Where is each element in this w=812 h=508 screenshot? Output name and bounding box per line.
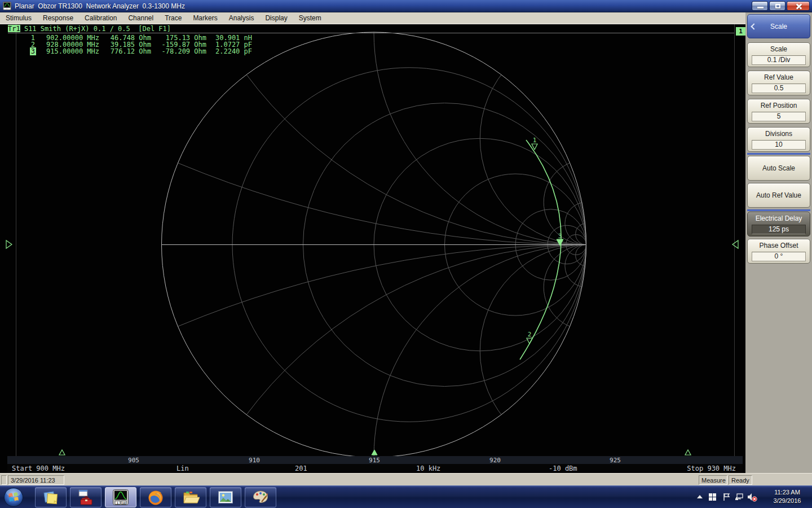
- axis-tick-925: 925: [603, 457, 628, 464]
- minimize-button[interactable]: [752, 1, 768, 11]
- clock-date: 3/29/2016: [765, 497, 810, 505]
- network-analyzer-icon: 1 10: [112, 488, 130, 506]
- active-marker-badge: 3: [30, 47, 36, 55]
- tray-action-center-flag-icon[interactable]: [722, 493, 731, 501]
- show-hidden-icons-chevron[interactable]: [697, 495, 703, 498]
- status-datetime: 3/29/2016 11:23: [8, 475, 64, 485]
- svg-text:3: 3: [558, 233, 562, 240]
- status-bar: 3/29/2016 11:23 Measure Ready: [0, 473, 812, 485]
- ref-position-arrow-right: [732, 240, 738, 248]
- status-measure: Measure: [699, 475, 727, 485]
- ref-position-field[interactable]: 5: [752, 112, 806, 121]
- marker-readout-3-active: 3 915.00000 MHz 776.12 Ohm -78.209 Ohm 2…: [8, 47, 252, 55]
- svg-text:1: 1: [533, 137, 537, 144]
- close-button[interactable]: [787, 1, 810, 11]
- tray-network-icon[interactable]: [735, 493, 744, 501]
- axis-tick-905: 905: [121, 457, 146, 464]
- menu-markers[interactable]: Markers: [187, 13, 223, 24]
- toolbox-icon: [77, 488, 95, 506]
- plot-area: 1 2 3 Tr1: [0, 24, 745, 473]
- sticky-notes-icon: [42, 488, 60, 506]
- taskbar-app-toolbox[interactable]: [70, 487, 102, 507]
- svg-text:2: 2: [528, 331, 532, 338]
- smith-grid-reactance: [0, 24, 745, 473]
- folder-icon: [182, 488, 200, 506]
- status-grip-cell: [1, 475, 7, 485]
- smith-chart: 1 2 3: [0, 24, 745, 473]
- softkey-auto-scale[interactable]: Auto Scale: [747, 156, 810, 181]
- phase-offset-field[interactable]: 0 °: [752, 252, 806, 261]
- trace-marker-2[interactable]: 2: [527, 331, 532, 344]
- image-viewer-icon: [217, 488, 235, 506]
- app-icon: [3, 2, 11, 10]
- stimulus-power: -10 dBm: [549, 465, 577, 472]
- taskbar-app-firefox[interactable]: [140, 487, 171, 507]
- paint-icon: [251, 488, 270, 506]
- axis-marker-3-active: [372, 450, 377, 455]
- restore-icon: [775, 4, 780, 8]
- title-bar: Planar Obzor TR1300 Network Analyzer 0.3…: [0, 0, 812, 12]
- trace-status-header[interactable]: Tr1 S11 Smith (R+jX) 0.1 / 0.5 [Del F1]: [8, 25, 171, 32]
- scale-value-field[interactable]: 0.1 /Div: [752, 55, 806, 65]
- stimulus-bar: Start 900 MHz Lin 201 10 kHz -10 dBm Sto…: [7, 464, 743, 473]
- softkey-divisions[interactable]: Divisions 10: [747, 127, 810, 152]
- taskbar-app-sticky-notes[interactable]: [35, 487, 67, 507]
- softkey-menu-title: Scale: [770, 23, 787, 30]
- menu-display[interactable]: Display: [259, 13, 293, 24]
- axis-tick-910: 910: [242, 457, 267, 464]
- softkey-group-separator: [747, 153, 810, 155]
- menu-response[interactable]: Response: [37, 13, 79, 24]
- softkey-scale[interactable]: Scale 0.1 /Div: [747, 42, 810, 67]
- tray-clock[interactable]: 11:23 AM 3/29/2016: [765, 488, 810, 505]
- channel-number-badge[interactable]: 1: [736, 27, 745, 36]
- back-chevron-icon: [751, 23, 757, 29]
- restore-button[interactable]: [769, 1, 785, 11]
- svg-text:10: 10: [122, 501, 126, 505]
- menu-analysis[interactable]: Analysis: [223, 13, 260, 24]
- taskbar-app-network-analyzer-active[interactable]: 1 10: [105, 487, 136, 507]
- taskbar-app-file-explorer[interactable]: [175, 487, 206, 507]
- menu-trace[interactable]: Trace: [159, 13, 187, 24]
- electrical-delay-field[interactable]: 125 ps: [752, 225, 806, 234]
- softkey-phase-offset[interactable]: Phase Offset 0 °: [747, 239, 810, 264]
- axis-tick-915: 915: [362, 457, 387, 464]
- windows-taskbar: 1 10: [0, 485, 812, 508]
- softkey-electrical-delay[interactable]: Electrical Delay 125 ps: [747, 212, 810, 237]
- stimulus-start: Start 900 MHz: [12, 465, 65, 472]
- stimulus-sweep-type: Lin: [176, 465, 189, 472]
- minimize-icon: [757, 7, 764, 8]
- menu-calibration[interactable]: Calibration: [79, 13, 122, 24]
- trace-label-badge: Tr1: [8, 25, 20, 32]
- start-button[interactable]: [3, 487, 24, 507]
- softkey-auto-ref-value[interactable]: Auto Ref Value: [747, 183, 810, 208]
- softkey-panel: Scale Scale 0.1 /Div Ref Value 0.5 Ref P…: [745, 12, 812, 473]
- tray-volume-muted-icon[interactable]: [747, 493, 757, 502]
- menu-system[interactable]: System: [293, 13, 327, 24]
- tray-windows-icon[interactable]: [708, 493, 717, 501]
- vna-application-window: Planar Obzor TR1300 Network Analyzer 0.3…: [0, 0, 812, 508]
- divisions-field[interactable]: 10: [752, 140, 806, 150]
- taskbar-app-paint[interactable]: [245, 487, 276, 507]
- axis-marker-1: [59, 450, 65, 455]
- softkey-group-separator: [747, 209, 810, 211]
- trace-header-divider: [8, 33, 734, 33]
- taskbar-app-image-viewer[interactable]: [210, 487, 241, 507]
- trace-marker-1[interactable]: 1: [532, 137, 537, 150]
- axis-tick-920: 920: [483, 457, 508, 464]
- axis-marker-indicators: [59, 450, 691, 455]
- clock-time: 11:23 AM: [765, 488, 810, 497]
- window-title: Planar Obzor TR1300 Network Analyzer 0.3…: [15, 2, 185, 10]
- softkey-ref-position[interactable]: Ref Position 5: [747, 99, 810, 124]
- trace-format-text: [20, 25, 24, 32]
- svg-text:1: 1: [117, 501, 118, 505]
- frequency-axis: 905 910 915 920 925: [7, 456, 743, 464]
- menu-stimulus[interactable]: Stimulus: [0, 13, 37, 24]
- softkey-ref-value[interactable]: Ref Value 0.5: [747, 71, 810, 95]
- menu-channel[interactable]: Channel: [122, 13, 159, 24]
- menu-bar: Stimulus Response Calibration Channel Tr…: [0, 12, 812, 24]
- stimulus-bandwidth: 10 kHz: [416, 465, 440, 472]
- ref-position-arrow-left: [6, 240, 12, 248]
- ref-value-field[interactable]: 0.5: [752, 84, 806, 93]
- stimulus-stop: Stop 930 MHz: [687, 465, 736, 472]
- softkey-menu-header[interactable]: Scale: [747, 14, 810, 38]
